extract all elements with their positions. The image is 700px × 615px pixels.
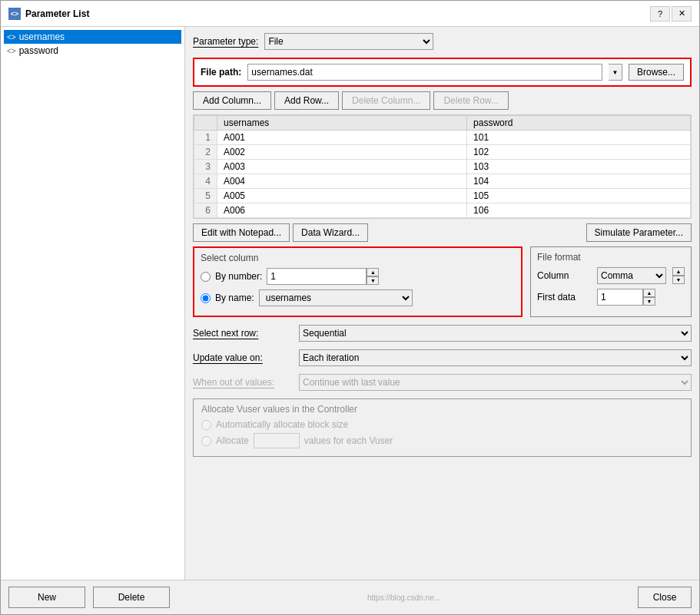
file-path-label: File path: — [201, 67, 241, 78]
by-name-radio[interactable] — [201, 293, 211, 303]
dialog-title: Parameter List — [25, 8, 89, 19]
ff-column-select[interactable]: Comma Tab Space — [597, 267, 666, 284]
right-panel: Parameter type: File File path: ▼ Browse… — [185, 27, 699, 580]
table-cell-num: 4 — [194, 174, 217, 189]
table-cell-password: 106 — [467, 203, 691, 218]
update-value-on-label: Update value on: — [193, 352, 293, 363]
update-value-on-select[interactable]: Each iteration Each occurrence Once — [299, 349, 692, 366]
ff-firstdata-row: First data ▲ ▼ — [537, 289, 685, 306]
ff-firstdata-spinner-down[interactable]: ▼ — [643, 297, 655, 306]
file-path-input[interactable] — [247, 64, 602, 81]
by-number-row: By number: ▲ ▼ — [201, 268, 515, 285]
table-cell-usernames: A003 — [217, 160, 467, 174]
tree-item-usernames[interactable]: <> usernames — [4, 30, 181, 44]
title-bar-left: <> Parameter List — [8, 8, 89, 20]
tree-icon-password: <> — [7, 47, 16, 55]
watermark: https://blog.csdn.ne... — [367, 594, 440, 602]
manual-allocate-label: Allocate — [216, 435, 249, 446]
param-type-label: Parameter type: — [193, 36, 258, 47]
add-column-button[interactable]: Add Column... — [193, 91, 271, 110]
bottom-bar: New Delete https://blog.csdn.ne... Close — [1, 580, 699, 614]
data-wizard-button[interactable]: Data Wizard... — [293, 223, 368, 242]
close-button[interactable]: Close — [638, 587, 692, 608]
dialog-icon: <> — [8, 8, 21, 20]
columns-row: Select column By number: ▲ ▼ — [193, 246, 692, 317]
new-button[interactable]: New — [8, 587, 85, 608]
ff-firstdata-label: First data — [537, 292, 591, 303]
table-cell-usernames: A002 — [217, 145, 467, 160]
by-name-label: By name: — [215, 293, 254, 303]
ff-column-spinner-up[interactable]: ▲ — [672, 267, 685, 276]
ff-firstdata-input[interactable] — [597, 289, 643, 306]
ff-firstdata-wrap: ▲ ▼ — [597, 289, 655, 306]
when-out-of-values: When out of values: Continue with last v… — [193, 374, 692, 391]
by-name-row: By name: usernames password — [201, 289, 515, 306]
auto-allocate-label: Automatically allocate block size — [216, 419, 348, 430]
table-cell-password: 105 — [467, 189, 691, 203]
file-format-title: File format — [537, 252, 685, 263]
param-type-row: Parameter type: File — [193, 33, 692, 50]
table-row[interactable]: 5 A005 105 — [194, 189, 691, 203]
allocate-manual-row: Allocate values for each Vuser — [201, 433, 683, 448]
delete-row-button[interactable]: Delete Row... — [433, 91, 508, 110]
by-number-radio[interactable] — [201, 272, 211, 282]
title-bar: <> Parameter List ? ✕ — [1, 1, 699, 27]
title-controls: ? ✕ — [650, 6, 692, 21]
select-column-group: Select column By number: ▲ ▼ — [193, 246, 523, 317]
delete-column-button[interactable]: Delete Column... — [342, 91, 430, 110]
select-next-row-select[interactable]: Sequential Random Unique — [299, 325, 692, 342]
table-wrapper[interactable]: usernames password 1 A001 101 2 A002 102… — [194, 115, 691, 218]
toolbar-row: Add Column... Add Row... Delete Column..… — [193, 91, 692, 110]
values-for-label: values for each Vuser — [304, 435, 393, 446]
tree-label-password: password — [19, 45, 58, 56]
table-cell-num: 1 — [194, 131, 217, 145]
help-button[interactable]: ? — [650, 6, 670, 21]
table-cell-password: 104 — [467, 174, 691, 189]
auto-allocate-radio[interactable] — [201, 420, 211, 430]
when-out-select[interactable]: Continue with last value — [299, 374, 692, 391]
file-path-section: File path: ▼ Browse... — [193, 58, 692, 87]
file-format-group: File format Column Comma Tab Space ▲ ▼ — [530, 246, 692, 317]
ff-firstdata-spinner: ▲ ▼ — [643, 289, 655, 306]
tree-item-password[interactable]: <> password — [4, 44, 181, 58]
by-name-dropdown-wrap: usernames password — [259, 289, 413, 306]
table-cell-num: 2 — [194, 145, 217, 160]
table-cell-usernames: A005 — [217, 189, 467, 203]
allocate-value-input[interactable] — [254, 433, 300, 448]
when-out-label: When out of values: — [193, 377, 293, 388]
table-row[interactable]: 6 A006 106 — [194, 203, 691, 218]
manual-allocate-radio[interactable] — [201, 436, 211, 446]
edit-notepad-button[interactable]: Edit with Notepad... — [193, 223, 290, 242]
delete-button[interactable]: Delete — [93, 587, 170, 608]
table-row[interactable]: 3 A003 103 — [194, 160, 691, 174]
table-cell-usernames: A004 — [217, 174, 467, 189]
param-type-select[interactable]: File — [264, 33, 433, 50]
table-cell-usernames: A001 — [217, 131, 467, 145]
table-row[interactable]: 4 A004 104 — [194, 174, 691, 189]
number-spinner: ▲ ▼ — [367, 268, 379, 285]
by-number-input[interactable] — [267, 268, 367, 285]
add-row-button[interactable]: Add Row... — [274, 91, 339, 110]
ff-column-label: Column — [537, 270, 591, 281]
table-header-usernames: usernames — [217, 116, 467, 131]
parameter-list-dialog: <> Parameter List ? ✕ <> usernames <> pa… — [0, 0, 700, 615]
table-row[interactable]: 1 A001 101 — [194, 131, 691, 145]
table-cell-num: 6 — [194, 203, 217, 218]
spinner-down[interactable]: ▼ — [367, 276, 379, 285]
bottom-left-buttons: New Delete — [8, 587, 170, 608]
file-path-dropdown[interactable]: ▼ — [609, 64, 622, 81]
left-panel: <> usernames <> password — [1, 27, 185, 580]
window-close-button[interactable]: ✕ — [672, 6, 692, 21]
table-cell-num: 5 — [194, 189, 217, 203]
browse-button[interactable]: Browse... — [629, 64, 684, 81]
ff-column-spinner-down[interactable]: ▼ — [672, 276, 685, 284]
ff-column-row: Column Comma Tab Space ▲ ▼ — [537, 267, 685, 284]
by-name-select[interactable]: usernames password — [259, 289, 413, 306]
action-row: Edit with Notepad... Data Wizard... Simu… — [193, 223, 692, 242]
allocate-auto-row: Automatically allocate block size — [201, 419, 683, 430]
spinner-up[interactable]: ▲ — [367, 268, 379, 276]
ff-firstdata-spinner-up[interactable]: ▲ — [643, 289, 655, 297]
simulate-button[interactable]: Simulate Parameter... — [586, 223, 692, 242]
table-row[interactable]: 2 A002 102 — [194, 145, 691, 160]
update-value-on: Update value on: Each iteration Each occ… — [193, 349, 692, 366]
